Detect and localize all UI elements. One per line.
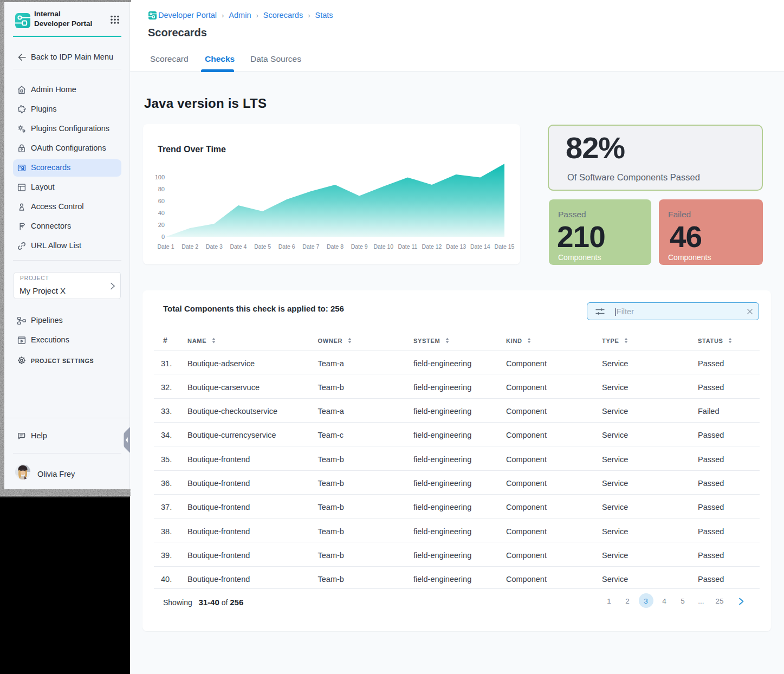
svg-text:60: 60 <box>158 198 165 204</box>
svg-text:Date 4: Date 4 <box>230 243 247 250</box>
svg-text:Date 15: Date 15 <box>495 243 515 250</box>
svg-text:80: 80 <box>158 186 165 192</box>
svg-text:Date 7: Date 7 <box>302 243 319 250</box>
svg-text:Date 9: Date 9 <box>351 243 368 250</box>
svg-text:Date 8: Date 8 <box>327 243 344 250</box>
svg-text:Date 14: Date 14 <box>470 243 490 250</box>
svg-text:0: 0 <box>161 234 165 240</box>
svg-text:Date 11: Date 11 <box>398 243 417 250</box>
svg-text:Date 12: Date 12 <box>422 243 442 250</box>
svg-text:Date 10: Date 10 <box>373 243 393 250</box>
svg-text:20: 20 <box>158 222 165 228</box>
svg-text:100: 100 <box>155 174 165 180</box>
svg-text:Date 13: Date 13 <box>446 243 466 250</box>
svg-text:Date 5: Date 5 <box>254 243 271 250</box>
svg-text:Date 1: Date 1 <box>158 243 174 250</box>
svg-text:Date 3: Date 3 <box>206 243 223 250</box>
svg-text:Date 6: Date 6 <box>278 243 295 250</box>
svg-text:40: 40 <box>158 210 165 216</box>
svg-text:Date 2: Date 2 <box>182 243 198 250</box>
